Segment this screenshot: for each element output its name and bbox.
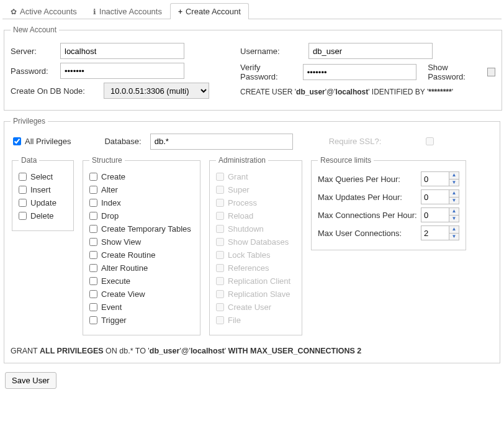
priv-select[interactable]: Select (19, 172, 67, 181)
database-input[interactable] (150, 134, 293, 150)
priv-label: Shutdown (228, 224, 264, 234)
spinner-up-icon[interactable]: ▲ (449, 190, 459, 198)
priv-checkbox[interactable] (89, 277, 97, 285)
resource-row: Max Updates Per Hour:▲▼ (318, 189, 459, 204)
verify-password-input[interactable] (303, 64, 417, 80)
priv-checkbox[interactable] (89, 251, 97, 259)
priv-checkbox[interactable] (89, 316, 97, 324)
priv-checkbox[interactable] (89, 212, 97, 220)
tab-inactive-accounts[interactable]: ℹ Inactive Accounts (85, 3, 170, 19)
priv-checkbox[interactable] (89, 303, 97, 311)
require-ssl-label: Require SSL?: (329, 137, 382, 146)
resource-input[interactable] (421, 225, 449, 240)
resource-spinner[interactable]: ▲▼ (421, 189, 459, 204)
priv-super: Super (216, 185, 295, 194)
resource-spinner[interactable]: ▲▼ (421, 171, 459, 186)
resource-limits: Resource limits Max Queries Per Hour:▲▼M… (311, 156, 466, 250)
password-input[interactable] (60, 63, 184, 79)
priv-execute[interactable]: Execute (89, 276, 194, 286)
admin-privs: Administration GrantSuperProcessReloadSh… (209, 156, 302, 335)
privileges-fieldset: Privileges All Privileges Database: Requ… (4, 117, 500, 363)
priv-alter-routine[interactable]: Alter Routine (89, 263, 194, 273)
priv-update[interactable]: Update (19, 198, 67, 207)
password-label: Password: (11, 66, 60, 76)
show-password-checkbox[interactable] (487, 68, 495, 76)
priv-checkbox[interactable] (89, 173, 97, 181)
resource-spinner[interactable]: ▲▼ (421, 207, 459, 222)
priv-checkbox[interactable] (19, 186, 27, 194)
priv-checkbox[interactable] (89, 238, 97, 246)
tab-create-account[interactable]: + Create Account (170, 3, 249, 19)
spinner-up-icon[interactable]: ▲ (449, 226, 459, 234)
priv-show-view[interactable]: Show View (89, 237, 194, 247)
resource-legend: Resource limits (318, 156, 374, 165)
priv-checkbox[interactable] (89, 225, 97, 233)
priv-checkbox[interactable] (89, 186, 97, 194)
resource-input[interactable] (421, 189, 449, 204)
spinner-down-icon[interactable]: ▼ (449, 180, 459, 186)
priv-event[interactable]: Event (89, 303, 194, 312)
db-node-select[interactable]: 10.0.0.51:3306 (multi) (104, 83, 209, 99)
priv-checkbox (216, 238, 224, 246)
priv-drop[interactable]: Drop (89, 211, 194, 221)
tab-active-accounts[interactable]: ✿ Active Accounts (2, 3, 85, 19)
priv-checkbox[interactable] (19, 199, 27, 207)
resource-input[interactable] (421, 171, 449, 186)
priv-create[interactable]: Create (89, 172, 194, 181)
priv-replication-slave: Replication Slave (216, 289, 295, 299)
all-privileges-row[interactable]: All Privileges (13, 137, 71, 146)
spinner-down-icon[interactable]: ▼ (449, 234, 459, 240)
grant-statement: GRANT ALL PRIVILEGES ON db.* TO 'db_user… (11, 347, 493, 355)
structure-privs: Structure CreateAlterIndexDropCreate Tem… (83, 156, 200, 335)
tab-label: Create Account (186, 7, 241, 16)
priv-checkbox[interactable] (89, 290, 97, 298)
priv-checkbox[interactable] (19, 173, 27, 181)
spinner-down-icon[interactable]: ▼ (449, 216, 459, 222)
priv-checkbox[interactable] (89, 264, 97, 272)
resource-input[interactable] (421, 207, 449, 222)
priv-index[interactable]: Index (89, 198, 194, 207)
priv-create-view[interactable]: Create View (89, 289, 194, 299)
priv-create-temporary-tables[interactable]: Create Temporary Tables (89, 224, 194, 234)
priv-checkbox[interactable] (89, 199, 97, 207)
structure-legend: Structure (89, 156, 125, 165)
spinner-down-icon[interactable]: ▼ (449, 198, 459, 204)
priv-alter[interactable]: Alter (89, 185, 194, 194)
priv-label: Create Temporary Tables (101, 224, 191, 234)
data-privs: Data SelectInsertUpdateDelete (12, 156, 74, 231)
resource-row: Max Queries Per Hour:▲▼ (318, 171, 459, 186)
require-ssl-checkbox (426, 137, 434, 145)
priv-trigger[interactable]: Trigger (89, 316, 194, 325)
resource-spinner[interactable]: ▲▼ (421, 225, 459, 240)
priv-label: Create User (228, 303, 271, 312)
priv-lock-tables: Lock Tables (216, 250, 295, 260)
save-user-button[interactable]: Save User (5, 372, 56, 389)
priv-shutdown: Shutdown (216, 224, 295, 234)
priv-label: Show Databases (228, 237, 289, 247)
priv-show-databases: Show Databases (216, 237, 295, 247)
priv-insert[interactable]: Insert (19, 185, 67, 194)
username-input[interactable] (308, 43, 433, 59)
spinner-up-icon[interactable]: ▲ (449, 172, 459, 180)
server-input[interactable] (60, 43, 184, 59)
spinner-up-icon[interactable]: ▲ (449, 208, 459, 216)
resource-label: Max Connections Per Hour: (318, 211, 417, 220)
priv-label: Alter (101, 185, 118, 194)
priv-label: Create Routine (101, 250, 155, 260)
priv-delete[interactable]: Delete (19, 211, 67, 221)
priv-label: Execute (101, 276, 130, 286)
priv-references: References (216, 263, 295, 273)
create-on-label: Create On DB Node: (11, 86, 104, 96)
privileges-legend: Privileges (11, 117, 48, 125)
priv-label: Replication Slave (228, 289, 290, 299)
resource-label: Max Queries Per Hour: (318, 175, 400, 184)
priv-label: Show View (101, 237, 141, 247)
gear-icon: ✿ (11, 7, 17, 16)
new-account-legend: New Account (11, 25, 59, 34)
priv-checkbox (216, 199, 224, 207)
priv-label: Create View (101, 289, 145, 299)
all-privileges-checkbox[interactable] (13, 137, 21, 145)
priv-checkbox[interactable] (19, 212, 27, 220)
priv-create-routine[interactable]: Create Routine (89, 250, 194, 260)
priv-checkbox (216, 225, 224, 233)
